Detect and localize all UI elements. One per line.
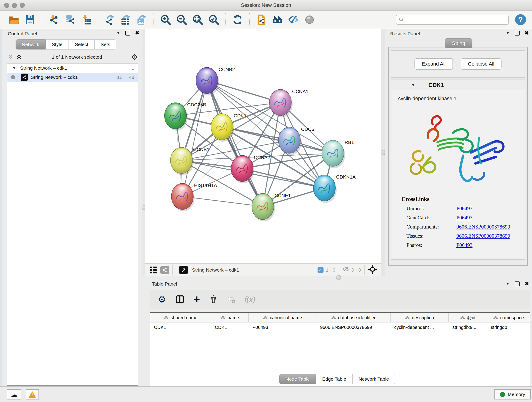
open-session-icon[interactable] xyxy=(7,13,21,26)
tab-sets[interactable]: Sets xyxy=(94,39,116,50)
collapse-all-button[interactable]: Collapse All xyxy=(461,58,502,70)
refresh-icon[interactable] xyxy=(231,13,244,26)
table-cell[interactable]: stringdb xyxy=(487,322,530,332)
network-node-cdk1[interactable]: CDK1 xyxy=(211,113,247,142)
gene-section-header[interactable]: ▼ CDK1 xyxy=(391,80,525,90)
table-cell[interactable]: CDK1 xyxy=(211,322,249,332)
expand-all-networks-icon[interactable] xyxy=(7,53,14,61)
selected-checkbox-icon[interactable]: ✓ xyxy=(317,267,323,273)
import-database-icon[interactable] xyxy=(63,13,76,26)
network-canvas[interactable]: CCNB2CCNA1CDC25BCDK1CDC6RB1CCNB1CCNA2CDK… xyxy=(145,29,381,263)
crosslink-link[interactable]: P06493 xyxy=(456,206,472,211)
tab-network-table[interactable]: Network Table xyxy=(352,374,395,384)
crosslink-link[interactable]: 9606.ENSP00000378699 xyxy=(456,224,510,230)
network-node-rb1[interactable]: RB1 xyxy=(322,140,354,168)
network-node-ccnb2[interactable]: CCNB2 xyxy=(196,67,235,95)
network-node-ccna1[interactable]: CCNA1 xyxy=(269,89,308,117)
network-node-hist1h1a[interactable]: HIST1H1A xyxy=(171,183,217,211)
zoom-in-icon[interactable] xyxy=(159,13,172,26)
save-session-icon[interactable] xyxy=(23,13,37,26)
grid-view-icon[interactable] xyxy=(150,267,157,274)
network-row[interactable]: String Network – cdk1 11 48 xyxy=(7,73,138,82)
zoom-out-icon[interactable] xyxy=(175,13,188,26)
table-cell[interactable]: cyclin-dependent ... xyxy=(391,322,449,332)
tab-edge-table[interactable]: Edge Table xyxy=(316,374,352,384)
column-header--id[interactable]: @id xyxy=(449,313,487,322)
help-button[interactable]: ? xyxy=(515,14,526,25)
close-panel-icon[interactable]: ✖ xyxy=(525,30,529,36)
tree-caret-icon[interactable]: ▼ xyxy=(12,66,16,70)
tab-network[interactable]: Network xyxy=(16,39,46,50)
tab-select[interactable]: Select xyxy=(69,39,94,50)
vertical-splitter-right[interactable] xyxy=(381,29,385,276)
network-edge[interactable] xyxy=(222,127,333,153)
export-network-icon[interactable] xyxy=(103,13,116,26)
table-cell[interactable]: stringdb:9... xyxy=(449,322,487,332)
search-input[interactable] xyxy=(406,17,506,23)
document-network-icon[interactable] xyxy=(255,13,268,26)
collapse-panel-icon[interactable]: ▼ xyxy=(506,31,510,35)
network-node-ccne1[interactable]: CCNE1 xyxy=(252,193,291,221)
node-count: 11 xyxy=(117,75,122,80)
tab-string[interactable]: String xyxy=(445,38,472,48)
close-panel-icon[interactable]: ✖ xyxy=(525,281,529,287)
search-box[interactable] xyxy=(396,15,509,25)
collapse-all-networks-icon[interactable] xyxy=(16,53,22,61)
delete-column-icon[interactable] xyxy=(209,295,218,304)
crosslink-link[interactable]: P06493 xyxy=(456,215,472,221)
table-options-gear-icon[interactable]: ⚙ xyxy=(158,295,166,304)
crosslink-link[interactable]: 9606.ENSP00000378699 xyxy=(456,233,510,239)
column-header-name[interactable]: name xyxy=(211,313,249,322)
cloud-button[interactable]: ☁ xyxy=(7,389,21,400)
expand-all-button[interactable]: Expand All xyxy=(414,58,453,70)
export-table-icon[interactable] xyxy=(119,13,133,26)
open-in-window-icon[interactable]: ↗ xyxy=(179,266,188,274)
export-image-icon[interactable] xyxy=(135,13,148,26)
tab-style[interactable]: Style xyxy=(46,39,69,50)
horizontal-splitter-handle[interactable] xyxy=(336,275,341,280)
network-options-gear-icon[interactable]: ⚙ xyxy=(131,53,138,61)
add-column-icon[interactable]: + xyxy=(194,295,200,304)
section-caret-icon[interactable]: ▼ xyxy=(411,83,415,87)
network-node-ccna2[interactable]: CCNA2 xyxy=(231,155,270,183)
float-panel-icon[interactable] xyxy=(515,31,520,36)
tab-node-table[interactable]: Node Table xyxy=(279,374,316,384)
collapse-panel-icon[interactable]: ▼ xyxy=(116,31,120,35)
import-network-icon[interactable] xyxy=(47,13,60,26)
crosslink-link[interactable]: P06493 xyxy=(456,242,472,248)
column-header-shared-name[interactable]: shared name xyxy=(150,313,211,322)
column-header-canonical-name[interactable]: canonical name xyxy=(249,313,317,322)
network-edge[interactable] xyxy=(182,80,207,196)
memory-button[interactable]: Memory xyxy=(494,389,531,400)
column-header-namespace[interactable]: namespace xyxy=(487,313,530,322)
zoom-fit-icon[interactable] xyxy=(191,13,204,26)
network-node-label: CCNE1 xyxy=(274,193,291,198)
table-cell[interactable]: P06493 xyxy=(249,322,317,332)
show-eye-icon[interactable] xyxy=(303,13,316,26)
column-header-database-identifier[interactable]: database identifier xyxy=(317,313,391,322)
network-node-ccnb1[interactable]: CCNB1 xyxy=(171,147,209,175)
network-node-cdc6[interactable]: CDC6 xyxy=(278,127,314,155)
share-view-icon[interactable] xyxy=(160,266,169,274)
gene-description: cyclin-dependent kinase 1 xyxy=(398,96,523,102)
network-collection-row[interactable]: ▼ String Network – cdk1 1 xyxy=(7,64,138,73)
network-view[interactable]: CCNB2CCNA1CDC25BCDK1CDC6RB1CCNB1CCNA2CDK… xyxy=(145,29,381,276)
network-node-cdc25b[interactable]: CDC25B xyxy=(165,102,206,131)
table-panel-title: Table Panel xyxy=(152,281,177,287)
network-node-cdkn1a[interactable]: CDKN1A xyxy=(313,174,355,203)
table-row[interactable]: CDK1CDK1P064939606.ENSP00000378699cyclin… xyxy=(150,322,530,332)
import-table-icon[interactable] xyxy=(79,13,93,26)
birds-eye-crosshair-icon[interactable] xyxy=(368,265,377,275)
table-cell[interactable]: 9606.ENSP00000378699 xyxy=(317,322,391,332)
show-columns-icon[interactable] xyxy=(175,295,184,304)
float-panel-icon[interactable] xyxy=(125,31,130,36)
float-panel-icon[interactable] xyxy=(515,281,520,286)
string-houses-icon[interactable] xyxy=(271,13,284,26)
zoom-selected-icon[interactable] xyxy=(207,13,220,26)
hide-eye-icon[interactable] xyxy=(287,13,300,26)
table-cell[interactable]: CDK1 xyxy=(150,322,211,332)
warnings-button[interactable]: ! xyxy=(26,389,39,400)
collapse-panel-icon[interactable]: ▼ xyxy=(506,281,510,286)
close-panel-icon[interactable]: ✖ xyxy=(135,30,139,36)
column-header-description[interactable]: description xyxy=(391,313,449,322)
